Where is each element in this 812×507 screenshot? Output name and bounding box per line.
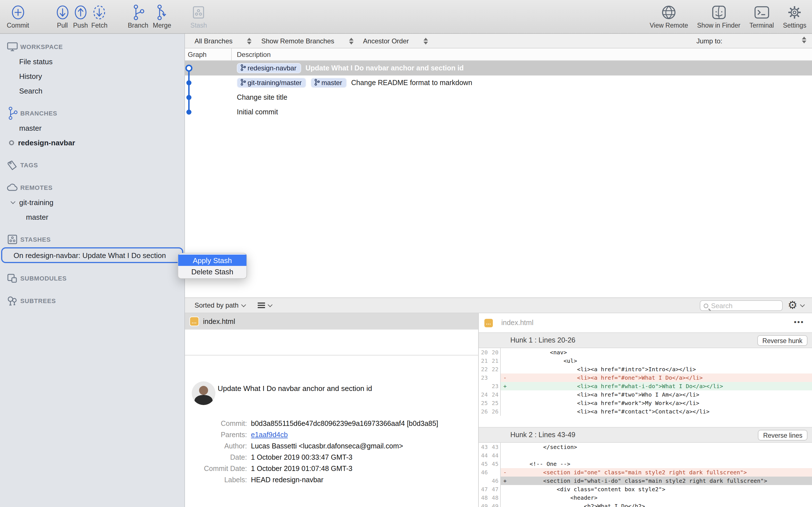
diff-line[interactable]: 2020 <nav> <box>479 348 812 356</box>
diff-gap <box>479 416 812 427</box>
commit-row[interactable]: Initial commit <box>185 105 812 119</box>
chevron-down-icon[interactable] <box>11 200 15 204</box>
fetch-button[interactable]: Fetch <box>91 4 108 29</box>
fetch-icon <box>92 4 107 21</box>
diff-line[interactable]: 2626 <li><a href="#contact">Contact</a><… <box>479 407 812 416</box>
diff-line[interactable]: 2424 <li><a href="#two">Who I Am</a></li… <box>479 390 812 399</box>
search-field[interactable] <box>700 300 783 311</box>
chevron-down-icon <box>241 302 246 307</box>
diff-line[interactable]: 4747 <div class="content box style2"> <box>479 485 812 494</box>
commit-row[interactable]: redesign-navbarUpdate What I Do navbar a… <box>185 61 812 75</box>
reverse-button[interactable]: Reverse hunk <box>757 335 808 346</box>
branch-button[interactable]: Branch <box>128 4 148 29</box>
detail-row: Date:1 October 2019 00:33:47 GMT-3 <box>185 452 479 463</box>
diff-line[interactable]: 2525 <li><a href="#work">My Work</a></li… <box>479 399 812 407</box>
old-line-number <box>479 476 490 485</box>
sidebar-section-submodules[interactable]: SUBMODULES <box>0 271 185 286</box>
finder-icon <box>711 4 726 21</box>
sidebar-item-master[interactable]: master <box>0 121 185 135</box>
show-in-finder-button[interactable]: Show in Finder <box>697 4 741 29</box>
diff-line[interactable]: 4545 <!-- One --> <box>479 460 812 468</box>
sidebar-section-subtrees[interactable]: SUBTREES <box>0 293 185 308</box>
diff-line[interactable]: 2121 <ul> <box>479 356 812 365</box>
diff-line[interactable]: 4848 <header> <box>479 494 812 502</box>
sort-by-label: Sorted by path <box>195 301 239 309</box>
filter-dropdown-show-remote-branches[interactable]: Show Remote Branches <box>261 37 354 45</box>
detail-label: Date: <box>185 453 247 461</box>
filter-dropdown-all-branches[interactable]: All Branches <box>195 37 252 45</box>
sidebar-section-remotes[interactable]: REMOTES <box>0 180 185 195</box>
sidebar-item-search[interactable]: Search <box>0 83 185 98</box>
reverse-button[interactable]: Reverse lines <box>758 430 808 441</box>
diff-line[interactable]: 4343 </section> <box>479 443 812 451</box>
file-row-index-html[interactable]: ... index.html <box>185 313 478 330</box>
diff-line[interactable]: 46- <section id="one" class="main style2… <box>479 468 812 476</box>
new-line-number: 26 <box>490 407 501 416</box>
terminal-button[interactable]: Terminal <box>749 4 774 29</box>
settings-button[interactable]: Settings <box>783 4 806 29</box>
merge-button[interactable]: Merge <box>153 4 171 29</box>
new-line-number <box>490 374 501 382</box>
pull-button[interactable]: Pull <box>55 4 70 29</box>
pull-icon <box>55 4 70 21</box>
column-header-graph[interactable]: Graph <box>185 48 232 61</box>
sidebar-item-label: master <box>19 124 42 132</box>
commit-message-title: Update What I Do navbar anchor and secti… <box>218 384 372 393</box>
context-menu-item-apply-stash[interactable]: Apply Stash <box>178 255 246 266</box>
more-options-button[interactable]: ••• <box>794 318 804 326</box>
commit-row[interactable]: git-training/mastermasterChange README f… <box>185 75 812 90</box>
gear-icon <box>786 4 802 21</box>
sidebar-section-branches[interactable]: BRANCHES <box>0 106 185 121</box>
view-remote-button[interactable]: View Remote <box>650 4 688 29</box>
sidebar-item-history[interactable]: History <box>0 69 185 83</box>
diff-line[interactable]: 2222 <li><a href="#intro">Intro</a></li> <box>479 365 812 374</box>
updown-stepper-icon <box>247 38 252 44</box>
diff-line[interactable]: 4949 <h2>What I Do</h2> <box>479 502 812 507</box>
sidebar-item-file-status[interactable]: File status <box>0 54 185 69</box>
filter-dropdown-ancestor-order[interactable]: Ancestor Order <box>363 37 428 45</box>
branch-label: Branch <box>128 22 148 29</box>
commit-row[interactable]: Change site title <box>185 90 812 105</box>
column-header-description[interactable]: Description <box>232 50 271 58</box>
diff-line[interactable]: 23- <li><a href="#one">What I Do</a></li… <box>479 374 812 382</box>
main-content: All BranchesShow Remote BranchesAncestor… <box>185 34 812 507</box>
sidebar-item-git-training[interactable]: git-training <box>0 195 185 210</box>
diff-settings-dropdown[interactable]: ⚙ <box>788 299 804 312</box>
diff-line[interactable]: 23+ <li><a href="#what-i-do">What I Do</… <box>479 382 812 390</box>
commit-button[interactable]: Commit <box>7 4 29 29</box>
detail-value-link[interactable]: e1aaf9d4cb <box>251 431 288 439</box>
stash-context-menu: Apply StashDelete Stash <box>177 253 247 279</box>
search-input[interactable] <box>711 302 773 309</box>
section-label: STASHES <box>20 236 51 243</box>
code-text: <section id="one" class="main style2 rig… <box>509 468 747 476</box>
sidebar-section-workspace[interactable]: WORKSPACE <box>0 40 185 54</box>
old-line-number: 26 <box>479 407 490 416</box>
diff-line[interactable]: 4444 <box>479 451 812 460</box>
view-remote-label: View Remote <box>650 22 688 29</box>
context-menu-item-delete-stash[interactable]: Delete Stash <box>178 266 246 277</box>
old-line-number: 25 <box>479 399 490 407</box>
sidebar-item-stash[interactable]: On redesign-navbar: Update What I Do sec… <box>1 247 183 263</box>
sort-by-dropdown[interactable]: Sorted by path <box>195 301 245 309</box>
code-text: </section> <box>509 443 577 451</box>
sidebar-section-tags[interactable]: TAGS <box>0 158 185 172</box>
jump-to-label: Jump to: <box>696 37 722 45</box>
code-text: <li><a href="#intro">Intro</a></li> <box>509 365 696 374</box>
detail-value: HEAD redesign-navbar <box>251 476 323 484</box>
branch-badge-label: redesign-navbar <box>248 64 296 72</box>
monitor-icon <box>7 42 18 52</box>
diff-line[interactable]: 46+ <section id="what-i-do" class="main … <box>479 476 812 485</box>
diff-sign <box>501 390 509 399</box>
push-button[interactable]: Push <box>73 4 88 29</box>
commit-label: Commit <box>7 22 29 29</box>
diff-sign: + <box>501 382 509 390</box>
detail-row: Author:Lucas Bassetti <lucasbr.dafonseca… <box>185 441 479 452</box>
code-text: <ul> <box>509 356 577 365</box>
code-area: <li><a href="#intro">Intro</a></li> <box>501 365 812 374</box>
sidebar-section-stashes[interactable]: STASHES <box>0 232 185 247</box>
sidebar-item-redesign-navbar[interactable]: redesign-navbar <box>0 135 185 150</box>
jump-to-control[interactable]: Jump to: <box>696 34 722 48</box>
view-options-dropdown[interactable] <box>258 304 272 306</box>
updown-stepper-icon[interactable] <box>802 37 806 43</box>
sidebar-item-master[interactable]: master <box>0 210 185 224</box>
